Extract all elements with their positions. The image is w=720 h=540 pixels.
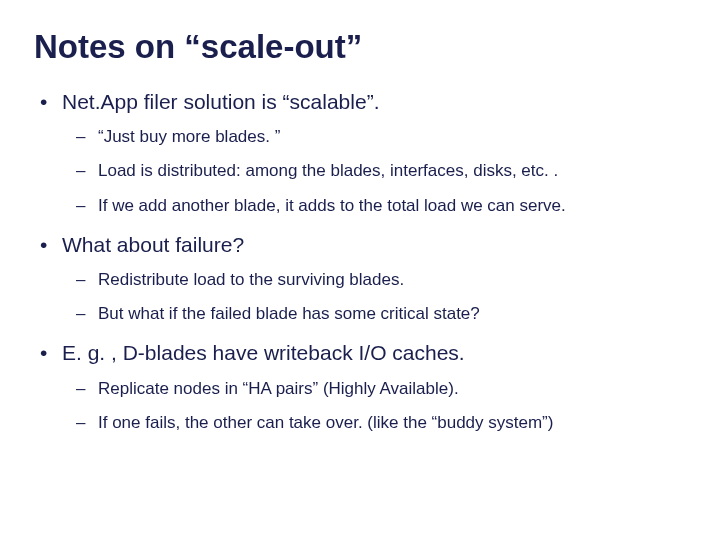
sub-bullet-text: “Just buy more blades. ” <box>98 127 280 146</box>
sub-bullet-text: But what if the failed blade has some cr… <box>98 304 480 323</box>
bullet-item: E. g. , D-blades have writeback I/O cach… <box>34 339 686 434</box>
sub-bullet-text: Replicate nodes in “HA pairs” (Highly Av… <box>98 379 459 398</box>
sub-bullet-list: Redistribute load to the surviving blade… <box>62 269 686 325</box>
sub-bullet-item: “Just buy more blades. ” <box>62 126 686 148</box>
bullet-item: Net.App filer solution is “scalable”. “J… <box>34 88 686 217</box>
sub-bullet-item: Replicate nodes in “HA pairs” (Highly Av… <box>62 378 686 400</box>
bullet-text: Net.App filer solution is “scalable”. <box>62 90 379 113</box>
sub-bullet-item: If we add another blade, it adds to the … <box>62 195 686 217</box>
sub-bullet-text: Redistribute load to the surviving blade… <box>98 270 404 289</box>
slide: Notes on “scale-out” Net.App filer solut… <box>0 0 720 540</box>
sub-bullet-list: “Just buy more blades. ” Load is distrib… <box>62 126 686 216</box>
sub-bullet-item: Load is distributed: among the blades, i… <box>62 160 686 182</box>
sub-bullet-text: Load is distributed: among the blades, i… <box>98 161 558 180</box>
sub-bullet-item: If one fails, the other can take over. (… <box>62 412 686 434</box>
sub-bullet-item: Redistribute load to the surviving blade… <box>62 269 686 291</box>
sub-bullet-list: Replicate nodes in “HA pairs” (Highly Av… <box>62 378 686 434</box>
slide-title: Notes on “scale-out” <box>34 28 686 66</box>
bullet-item: What about failure? Redistribute load to… <box>34 231 686 326</box>
sub-bullet-text: If we add another blade, it adds to the … <box>98 196 566 215</box>
bullet-list: Net.App filer solution is “scalable”. “J… <box>34 88 686 434</box>
sub-bullet-item: But what if the failed blade has some cr… <box>62 303 686 325</box>
bullet-text: What about failure? <box>62 233 244 256</box>
bullet-text: E. g. , D-blades have writeback I/O cach… <box>62 341 465 364</box>
sub-bullet-text: If one fails, the other can take over. (… <box>98 413 553 432</box>
